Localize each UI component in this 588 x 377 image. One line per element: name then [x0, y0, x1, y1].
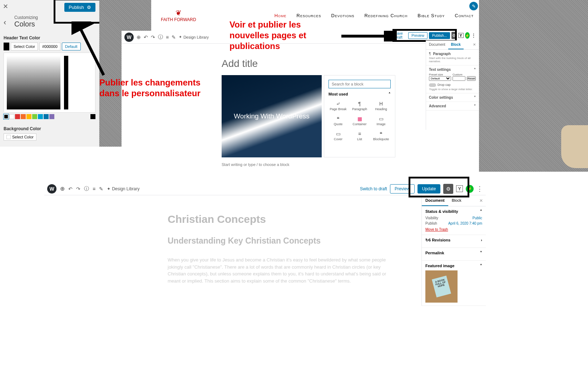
customizer-publish-button[interactable]: Publish ⚙ [64, 3, 95, 12]
tab-block[interactable]: Block [448, 40, 464, 49]
outline-icon[interactable]: ≡ [93, 186, 95, 192]
block-quote[interactable]: ❝Quote [328, 114, 348, 127]
nav-link-resources[interactable]: Resources [297, 13, 321, 18]
add-block-icon[interactable]: ⊕ [137, 34, 141, 40]
block-label: Heading [375, 107, 387, 111]
switch-to-draft-link[interactable]: Switch to draft [360, 186, 387, 191]
design-library-button[interactable]: ✦Design Library [179, 35, 209, 39]
outline-icon[interactable]: ≡ [166, 34, 169, 40]
chevron-up-icon[interactable]: ˄ [474, 68, 476, 72]
block-label: Blockquote [373, 137, 389, 141]
hue-slider[interactable] [64, 56, 68, 109]
block-inserter-panel: Most used˄ ⤶Page Break ¶Paragraph HHeadi… [324, 75, 395, 157]
block-paragraph[interactable]: ¶Paragraph [350, 99, 369, 112]
post-title[interactable]: Christian Concepts [168, 213, 393, 225]
chevron-up-icon[interactable]: ˄ [389, 92, 391, 97]
info-icon[interactable]: ⓘ [84, 186, 89, 192]
add-block-icon[interactable]: ⊕ [60, 185, 65, 192]
publish-label: Publish [69, 5, 84, 10]
close-icon[interactable]: ✕ [3, 3, 8, 10]
yoast-icon[interactable]: Y [458, 33, 464, 38]
palette-swatch[interactable] [21, 114, 26, 119]
edit-icon[interactable]: ✎ [99, 186, 103, 192]
block-blockquote[interactable]: ❝Blockquote [371, 129, 391, 142]
hero-cover-block[interactable]: Working With WordPress [222, 75, 322, 157]
block-page-break[interactable]: ⤶Page Break [328, 99, 348, 112]
nav-link-contact[interactable]: Contact [455, 13, 474, 18]
hex-input[interactable]: #000000 [39, 43, 60, 50]
reset-button[interactable]: Reset [467, 76, 476, 81]
block-heading[interactable]: HHeading [371, 99, 391, 112]
jetpack-icon[interactable]: ⚡ [465, 32, 470, 39]
gear-icon[interactable]: ⚙ [87, 5, 91, 10]
design-library-button[interactable]: ✦Design Library [107, 186, 139, 191]
wordpress-logo-icon[interactable]: W [124, 33, 134, 42]
page-break-icon: ⤶ [328, 101, 348, 107]
info-icon[interactable]: ⓘ [158, 34, 163, 40]
block-cover[interactable]: ▭Cover [328, 129, 348, 142]
palette-swatch[interactable] [38, 114, 43, 119]
custom-size-input[interactable] [453, 76, 465, 81]
nav-link-bible-study[interactable]: Bible Study [417, 13, 445, 18]
publish-date-value[interactable]: April 6, 2020 7:40 pm [448, 221, 482, 225]
nav-link-devotions[interactable]: Devotions [331, 13, 355, 18]
revisions-label[interactable]: 6 Revisions [429, 238, 450, 243]
tab-document[interactable]: Document [426, 40, 448, 49]
nav-link-home[interactable]: Home [275, 13, 287, 18]
chevron-up-icon[interactable]: ˄ [480, 264, 482, 268]
palette-swatch[interactable] [32, 114, 37, 119]
close-sidebar-icon[interactable]: ✕ [470, 40, 479, 49]
more-menu-icon[interactable]: ⋮ [471, 33, 476, 38]
chevron-right-icon[interactable]: › [481, 238, 482, 243]
edit-fab-icon[interactable]: ✎ [469, 2, 478, 10]
palette-swatch[interactable] [90, 114, 95, 119]
post-subheading[interactable]: Understanding Key Christian Concepts [168, 236, 393, 246]
block-editor-new: W ⊕ ↶ ↷ ⓘ ≡ ✎ ✦Design Library Add title … [122, 31, 479, 172]
undo-icon[interactable]: ↶ [144, 34, 148, 40]
post-paragraph[interactable]: When you give your life to Jesus and bec… [168, 256, 393, 284]
palette-swatch[interactable] [49, 114, 54, 119]
editor-placeholder-hint[interactable]: Start writing or type / to choose a bloc… [222, 162, 479, 167]
chevron-down-icon[interactable]: ˅ [480, 251, 482, 255]
move-to-trash-link[interactable]: Move to Trash [425, 227, 448, 231]
drop-cap-toggle[interactable] [429, 83, 436, 87]
brand-name: FAITH FORWARD [161, 17, 196, 22]
bg-swatch [6, 135, 11, 139]
preset-size-select[interactable]: Default [429, 76, 451, 81]
site-logo[interactable]: ❦ FAITH FORWARD [161, 9, 196, 22]
palette-swatch[interactable] [44, 114, 49, 119]
close-sidebar-icon[interactable]: ✕ [476, 195, 486, 206]
redo-icon[interactable]: ↷ [76, 186, 80, 192]
more-menu-icon[interactable]: ⋮ [476, 185, 483, 193]
select-color-button[interactable]: Select Color [11, 43, 38, 50]
block-container[interactable]: ▦Container [350, 114, 369, 127]
chevron-up-icon[interactable]: ˄ [480, 209, 482, 214]
redo-icon[interactable]: ↷ [151, 34, 155, 40]
post-content[interactable]: Christian Concepts Understanding Key Chr… [44, 195, 421, 306]
annotation-publish-new: Voir et publier les nouvelles pages et p… [229, 19, 337, 52]
chevron-down-icon[interactable]: ˅ [474, 96, 476, 99]
edit-icon[interactable]: ✎ [172, 34, 176, 40]
nav-link-redefining[interactable]: Redefining Church [364, 13, 407, 18]
chevron-down-icon[interactable]: ˅ [474, 104, 476, 108]
cover-icon: ▭ [328, 131, 348, 137]
select-bg-color-button[interactable]: Select Color [4, 133, 36, 141]
block-label: Cover [334, 137, 342, 141]
palette-swatch[interactable] [15, 114, 20, 119]
block-image[interactable]: ▭Image [371, 114, 391, 127]
wordpress-logo-icon[interactable]: W [47, 184, 56, 194]
custom-label: Custom [453, 73, 465, 76]
palette-swatch[interactable] [4, 114, 9, 119]
block-list[interactable]: ≡List [350, 129, 369, 142]
permalink-label: Permalink [425, 251, 444, 255]
palette-swatch[interactable] [26, 114, 31, 119]
saturation-picker[interactable] [7, 56, 60, 109]
hero-text: Working With WordPress [234, 112, 310, 120]
visibility-value[interactable]: Public [473, 216, 482, 220]
back-icon[interactable]: ‹ [4, 18, 6, 27]
palette-swatch[interactable] [9, 114, 14, 119]
undo-icon[interactable]: ↶ [68, 186, 73, 192]
featured-image-thumbnail[interactable]: A BOOK FULL OF HOPE [425, 270, 458, 303]
block-search-input[interactable] [328, 80, 391, 88]
current-color-swatch [4, 43, 9, 50]
